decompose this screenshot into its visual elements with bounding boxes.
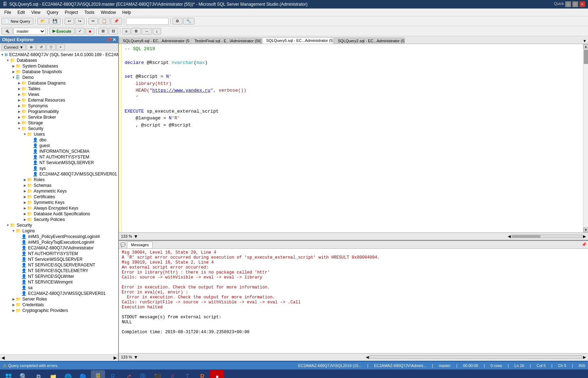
misc2-btn4[interactable]: ↕ (153, 28, 161, 34)
cut-btn[interactable]: ✂ (88, 18, 98, 25)
taskbar-edge-btn[interactable]: 🌐 (61, 370, 75, 378)
tab-testim[interactable]: TestimFinal.sql - E...\Administrator (56… (191, 38, 262, 44)
expand-schemas[interactable]: ▶ (23, 184, 27, 187)
tree-node-tables[interactable]: ▶ 📁 Tables (0, 86, 118, 92)
database-selector[interactable]: master (13, 28, 45, 35)
horiz-scroll-left[interactable]: ◀ (508, 234, 511, 239)
expand-tables[interactable]: ▶ (17, 87, 21, 91)
tab-sqlquery8[interactable]: SQLQuery8.sql - EC...Administrator (58)* (119, 38, 190, 44)
tree-node-login-ec2-mssql01[interactable]: ▶ 👤 EC2AMAZ-680Q7JV\MSSQLSERVER01 (0, 291, 118, 296)
tree-node-ec2-mssqlserver01[interactable]: ▶ 👤 EC2AMAZ-680Q7JV\MSSQLSERVER01 (0, 171, 118, 177)
redo-btn[interactable]: ↪ (75, 18, 84, 25)
tree-node-login-ec2-admin[interactable]: ▶ 👤 EC2AMAZ-680Q7JV\Administrator (0, 245, 118, 251)
taskbar-git-btn[interactable]: ⎇ (121, 370, 135, 378)
tabs-dropdown-btn[interactable]: ▼ (581, 38, 588, 44)
taskbar-chrome-btn[interactable]: 🔵 (76, 370, 90, 378)
expand-demo[interactable]: ▼ (11, 76, 16, 79)
tree-node-sys[interactable]: ▶ 👤 sys (0, 166, 118, 171)
tree-node-service-broker[interactable]: ▶ 📁 Service Broker (0, 114, 118, 120)
horiz-scroll2-left[interactable]: ◀ (366, 355, 369, 360)
tree-node-login-sqlserveragent[interactable]: ▶ 👤 NT SERVICE\SQLSERVERAGENT (0, 262, 118, 268)
tree-node-users[interactable]: ▼ 📁 Users (0, 131, 118, 137)
misc2-btn3[interactable]: ↔ (142, 28, 152, 34)
expand-demo-security[interactable]: ▼ (17, 127, 21, 130)
horiz-scroll2-bar[interactable] (369, 355, 582, 359)
tab-sqlquery2[interactable]: SQLQuery2.sql - EC...Administrator (52))… (334, 38, 405, 44)
misc-btn1[interactable]: ⚙ (172, 18, 182, 25)
oe-connect-btn[interactable]: Connect ▼ (1, 44, 26, 50)
oe-new-btn[interactable]: + (56, 44, 65, 50)
results-pin-btn[interactable]: 📌 (582, 242, 587, 247)
tree-node-views[interactable]: ▶ 📁 Views (0, 92, 118, 97)
taskbar-red-btn[interactable]: ● (210, 370, 224, 378)
zoom-dropdown-btn[interactable]: ▼ (133, 234, 138, 239)
tree-node-login-sqltelemetry[interactable]: ▶ 👤 NT SERVICE\SQLTELEMETRY (0, 268, 118, 274)
menu-query[interactable]: Query (44, 9, 61, 16)
horiz-scroll-bar[interactable] (511, 234, 582, 238)
tab-sqlquery5[interactable]: SQLQuery5.sql - EC...Administrator (55))… (262, 37, 333, 44)
connect-db-btn[interactable]: 🔌 (1, 28, 13, 34)
expand-system-dbs[interactable]: ▶ (11, 64, 16, 68)
copy-btn[interactable]: 📋 (99, 18, 110, 25)
expand-logins[interactable]: ▼ (11, 229, 16, 233)
oe-nav-right[interactable]: ▶ (114, 355, 117, 360)
results-btn[interactable]: ⊟ (109, 28, 118, 34)
expand-server-security[interactable]: ▼ (6, 223, 10, 227)
window-controls[interactable]: Quick ─ □ ✕ (554, 1, 585, 7)
horiz-scroll-right[interactable]: ▶ (583, 234, 586, 239)
tree-node-cryptographic[interactable]: ▶ 📁 Cryptographic Providers (0, 308, 118, 313)
expand-credentials[interactable]: ▶ (11, 303, 16, 307)
parse-btn[interactable]: ⊞ (98, 28, 108, 34)
right-scrollbar[interactable]: ▲ ▼ (583, 44, 588, 232)
horiz-scroll2-right[interactable]: ▶ (583, 355, 586, 360)
expand-roles[interactable]: ▶ (23, 178, 27, 182)
scroll-up-arrow[interactable]: ▲ (583, 44, 588, 49)
tree-node-db-diagrams[interactable]: ▶ 📁 Database Diagrams (0, 80, 118, 86)
taskbar-search-btn[interactable]: 🔍 (16, 370, 31, 378)
expand-synonyms[interactable]: ▶ (17, 104, 21, 108)
undo-btn[interactable]: ↩ (65, 18, 74, 25)
results-content[interactable]: Msg 39004, Level 16, State 20, Line 4 A … (119, 249, 588, 353)
expand-db-snapshots[interactable]: ▶ (11, 70, 16, 74)
save-btn[interactable]: 💾 (49, 18, 61, 25)
horiz-scroll2[interactable]: ◀ ▶ (366, 355, 586, 360)
open-btn[interactable]: 📂 (37, 18, 49, 25)
scroll-thumb[interactable] (584, 50, 588, 64)
expand-certs[interactable]: ▶ (23, 195, 27, 199)
tree-node-nt-service-mssql[interactable]: ▶ 👤 NT Service\MSSQLSERVER (0, 160, 118, 166)
menu-tools[interactable]: Tools (82, 9, 97, 16)
zoom2-dropdown-btn[interactable]: ▼ (133, 355, 138, 360)
tree-node-db-snapshots[interactable]: ▶ 📁 Database Snapshots (0, 69, 118, 75)
tree-node-logins[interactable]: ▼ 📁 Logins (0, 228, 118, 234)
oe-filter-btn[interactable]: ▽ (46, 44, 56, 50)
tree-node-nt-authority[interactable]: ▶ 👤 NT AUTHORITY\SYSTEM (0, 154, 118, 160)
taskbar-r-console-btn[interactable]: R (106, 370, 120, 378)
expand-sec-policies[interactable]: ▶ (23, 218, 27, 221)
expand-ext-resources[interactable]: ▶ (17, 98, 21, 102)
oe-nav-left[interactable]: ◀ (1, 355, 5, 360)
taskbar-taskview-btn[interactable]: ⧉ (31, 370, 45, 378)
tree-node-login-ms-policy[interactable]: ▶ 👤 ##MS_PolicyEventProcessingLogin## (0, 234, 118, 239)
taskbar-rlang-btn[interactable]: Ⓡ (136, 370, 150, 378)
tree-node-server-security[interactable]: ▼ 📁 Security (0, 222, 118, 228)
oe-refresh-btn[interactable]: ↺ (37, 44, 46, 50)
tree-node-schemas[interactable]: ▶ 📁 Schemas (0, 183, 118, 188)
tree-node-system-dbs[interactable]: ▶ 📁 System Databases (0, 63, 118, 69)
expand-databases[interactable]: ▼ (6, 59, 10, 62)
tree-node-certificates[interactable]: ▶ 📁 Certificates (0, 194, 118, 200)
expand-server[interactable]: ▼ (1, 53, 4, 56)
tree-node-symmetric-keys[interactable]: ▶ 📁 Symmetric Keys (0, 200, 118, 205)
maximize-btn[interactable]: □ (572, 1, 578, 7)
oe-close-icon[interactable]: ✕ (112, 37, 116, 42)
tree-node-info-schema[interactable]: ▶ 👤 INFORMATION_SCHEMA (0, 148, 118, 154)
scroll-down-arrow[interactable]: ▼ (583, 227, 588, 232)
tree-node-db-audit-specs[interactable]: ▶ 📁 Database Audit Specifications (0, 211, 118, 217)
tree-node-login-ms-tsql[interactable]: ▶ 👤 ##MS_PolicyTsqlExecutionLogin## (0, 239, 118, 245)
expand-db-audit[interactable]: ▶ (23, 212, 27, 216)
tree-node-synonyms[interactable]: ▶ 📁 Synonyms (0, 103, 118, 109)
menu-help[interactable]: Help (120, 9, 134, 16)
oe-pin-icon[interactable]: 📌 (106, 37, 112, 42)
scroll-track[interactable] (583, 49, 588, 227)
expand-views[interactable]: ▶ (17, 93, 21, 96)
taskbar-windows-btn[interactable] (1, 370, 16, 378)
